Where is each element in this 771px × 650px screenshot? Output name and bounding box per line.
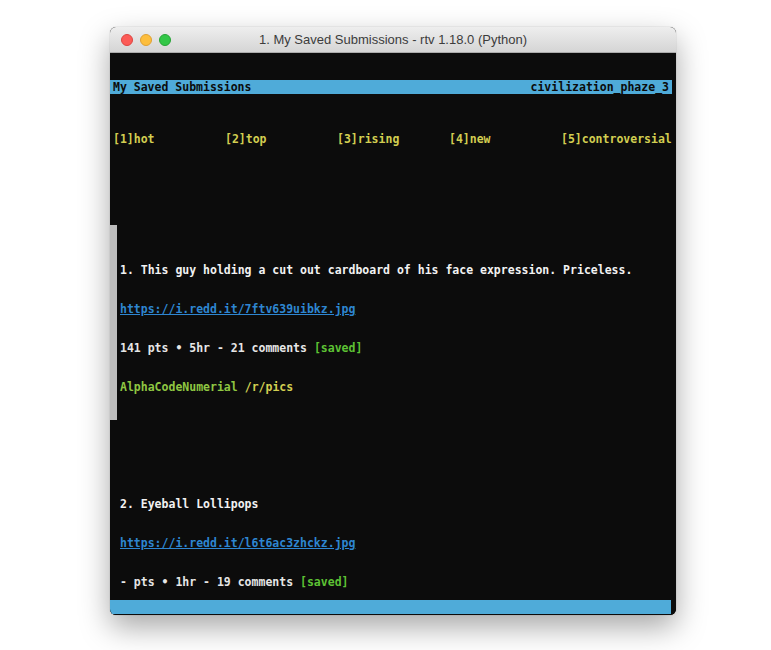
header-bar: My Saved Submissions civilization_phaze_… [110, 80, 672, 94]
window-title: 1. My Saved Submissions - rtv 1.18.0 (Py… [259, 32, 527, 47]
terminal-content: My Saved Submissions civilization_phaze_… [110, 54, 676, 615]
submission-list: 1. This guy holding a cut out cardboard … [110, 185, 676, 615]
logged-in-user: civilization_phaze_3 [531, 80, 669, 94]
window-titlebar[interactable]: 1. My Saved Submissions - rtv 1.18.0 (Py… [110, 27, 676, 53]
tab-rising[interactable]: [3]rising [337, 133, 449, 146]
keyboard-shortcuts: [?]Help [q]Quit [l]Comments [/]Prompt [u… [155, 614, 654, 615]
submission-title: 2. Eyeball Lollipops [120, 498, 673, 511]
stats-text: 141 pts • 5hr - 21 comments [120, 341, 314, 355]
submission-title: 1. This guy holding a cut out cardboard … [120, 264, 673, 277]
submission-byline: AlphaCodeNumerial/r/pics [120, 381, 673, 394]
tab-new[interactable]: [4]new [449, 133, 561, 146]
selection-cursor [110, 225, 117, 420]
submission-item-1[interactable]: 1. This guy holding a cut out cardboard … [113, 225, 673, 420]
submission-item-2[interactable]: 2. Eyeball Lollipops https://i.redd.it/l… [113, 472, 673, 615]
minimize-button[interactable] [140, 34, 152, 46]
submission-link[interactable]: https://i.redd.it/7ftv639uibkz.jpg [120, 302, 355, 316]
stats-text: - pts • 1hr - 19 comments [120, 575, 300, 589]
submission-stats: 141 pts • 5hr - 21 comments [saved] [120, 342, 673, 355]
tab-hot[interactable]: [1]hot [113, 133, 225, 146]
submission-link[interactable]: https://i.redd.it/l6t6ac3zhckz.jpg [120, 536, 355, 550]
author-name[interactable]: AlphaCodeNumerial [120, 380, 238, 394]
sort-tabs: [1]hot [2]top [3]rising [4]new [5]contro… [110, 133, 676, 146]
saved-badge: [saved] [314, 341, 362, 355]
traffic-lights [121, 34, 171, 46]
close-button[interactable] [121, 34, 133, 46]
terminal-window: 1. My Saved Submissions - rtv 1.18.0 (Py… [110, 27, 676, 615]
tab-controversial[interactable]: [5]controversial [561, 133, 673, 146]
subreddit-name[interactable]: /r/pics [245, 380, 293, 394]
zoom-button[interactable] [159, 34, 171, 46]
submission-stats: - pts • 1hr - 19 comments [saved] [120, 576, 673, 589]
page-title: My Saved Submissions [113, 80, 251, 94]
tab-top[interactable]: [2]top [225, 133, 337, 146]
status-bar: [?]Help [q]Quit [l]Comments [/]Prompt [u… [110, 600, 671, 614]
saved-badge: [saved] [300, 575, 348, 589]
